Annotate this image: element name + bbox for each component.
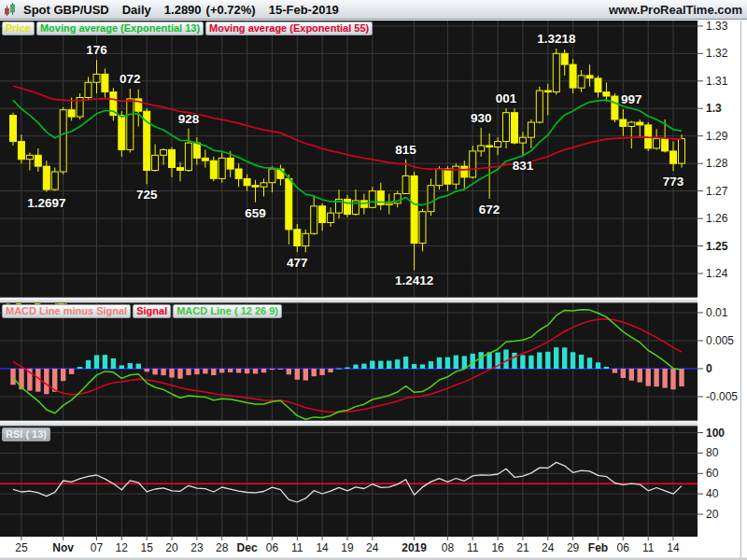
- svg-text:Dec: Dec: [237, 541, 258, 554]
- svg-text:659: 659: [245, 206, 266, 220]
- svg-text:11: 11: [642, 541, 655, 554]
- svg-text:672: 672: [479, 203, 500, 217]
- chart-surface[interactable]: 1.331.321.311.31.291.281.271.261.251.240…: [0, 21, 747, 560]
- svg-text:1.2697: 1.2697: [27, 196, 65, 210]
- svg-text:1.29: 1.29: [706, 130, 728, 143]
- svg-text:773: 773: [663, 175, 684, 189]
- chart-window: Spot GBP/USD Daily 1.2890 (+0.72%) 15-Fe…: [0, 0, 747, 560]
- svg-text:831: 831: [513, 159, 534, 173]
- rsi-panel-legend: RSI ( 13): [2, 427, 50, 441]
- svg-text:477: 477: [287, 256, 308, 270]
- svg-text:40: 40: [706, 487, 719, 500]
- svg-text:1.3: 1.3: [706, 102, 722, 115]
- svg-text:1.33: 1.33: [706, 21, 728, 33]
- svg-text:1.25: 1.25: [706, 240, 728, 253]
- svg-text:15: 15: [141, 541, 154, 554]
- svg-text:16: 16: [491, 541, 504, 554]
- svg-text:100: 100: [706, 427, 725, 440]
- svg-text:07: 07: [91, 541, 104, 554]
- date-label: 15-Feb-2019: [269, 3, 339, 17]
- legend-chip-price[interactable]: Price: [2, 21, 35, 35]
- svg-text:60: 60: [706, 467, 719, 480]
- svg-text:725: 725: [136, 188, 158, 202]
- timeframe-label: Daily: [122, 3, 151, 17]
- svg-text:1.2412: 1.2412: [395, 273, 433, 287]
- svg-text:072: 072: [120, 72, 141, 86]
- svg-text:-0.005: -0.005: [706, 390, 738, 403]
- last-price: 1.2890: [164, 3, 202, 17]
- svg-text:176: 176: [86, 43, 107, 57]
- legend-chip-ema13[interactable]: Moving average (Exponential 13): [36, 21, 204, 35]
- svg-text:20: 20: [165, 541, 178, 554]
- svg-text:930: 930: [471, 111, 492, 125]
- svg-text:2019: 2019: [402, 541, 427, 554]
- svg-text:12: 12: [116, 541, 129, 554]
- legend-chip-macd-histogram[interactable]: MACD Line minus Signal: [2, 304, 131, 318]
- svg-text:19: 19: [341, 541, 354, 554]
- legend-chip-macd-line[interactable]: MACD Line ( 12 26 9): [173, 304, 282, 318]
- svg-text:928: 928: [178, 112, 200, 126]
- svg-text:23: 23: [190, 541, 204, 554]
- svg-text:815: 815: [395, 143, 416, 157]
- svg-text:29: 29: [567, 541, 580, 554]
- svg-text:1.24: 1.24: [706, 267, 728, 280]
- panel-separator[interactable]: [0, 420, 698, 427]
- svg-text:21: 21: [516, 541, 529, 554]
- price-panel-legend: Price Moving average (Exponential 13) Mo…: [2, 21, 373, 35]
- legend-chip-signal[interactable]: Signal: [133, 304, 171, 318]
- svg-text:1.28: 1.28: [706, 157, 728, 170]
- legend-chip-ema55[interactable]: Moving average (Exponential 55): [205, 21, 373, 35]
- svg-text:Nov: Nov: [52, 541, 74, 554]
- svg-text:11: 11: [467, 541, 479, 554]
- prorealtime-link[interactable]: www.ProRealTime.com: [609, 3, 742, 17]
- legend-chip-rsi[interactable]: RSI ( 13): [2, 427, 50, 441]
- macd-panel-legend: MACD Line minus Signal Signal MACD Line …: [2, 304, 282, 318]
- symbol-label: Spot GBP/USD: [23, 3, 109, 17]
- header-bar: Spot GBP/USD Daily 1.2890 (+0.72%) 15-Fe…: [0, 0, 747, 20]
- svg-text:1.31: 1.31: [706, 75, 728, 88]
- svg-text:11: 11: [291, 541, 303, 554]
- instrument-icon: [4, 2, 18, 18]
- svg-text:Feb: Feb: [588, 541, 608, 554]
- svg-text:997: 997: [621, 92, 642, 106]
- svg-text:1.27: 1.27: [706, 185, 728, 198]
- svg-text:14: 14: [316, 541, 329, 554]
- svg-text:1.32: 1.32: [706, 47, 728, 60]
- svg-text:25: 25: [15, 541, 28, 554]
- svg-text:0.01: 0.01: [706, 306, 728, 319]
- svg-text:1.3218: 1.3218: [537, 32, 576, 46]
- svg-text:24: 24: [542, 541, 555, 554]
- svg-text:06: 06: [617, 541, 630, 554]
- svg-text:24: 24: [366, 541, 379, 554]
- svg-text:001: 001: [496, 91, 517, 105]
- svg-text:08: 08: [442, 541, 455, 554]
- svg-text:0.005: 0.005: [706, 334, 734, 347]
- svg-text:80: 80: [706, 446, 719, 459]
- svg-text:1.26: 1.26: [706, 212, 728, 225]
- price-change: (+0.72%): [206, 3, 256, 17]
- svg-text:20: 20: [706, 508, 719, 521]
- svg-text:0: 0: [706, 362, 712, 375]
- svg-text:14: 14: [667, 541, 680, 554]
- svg-text:28: 28: [216, 541, 229, 554]
- svg-text:06: 06: [266, 541, 279, 554]
